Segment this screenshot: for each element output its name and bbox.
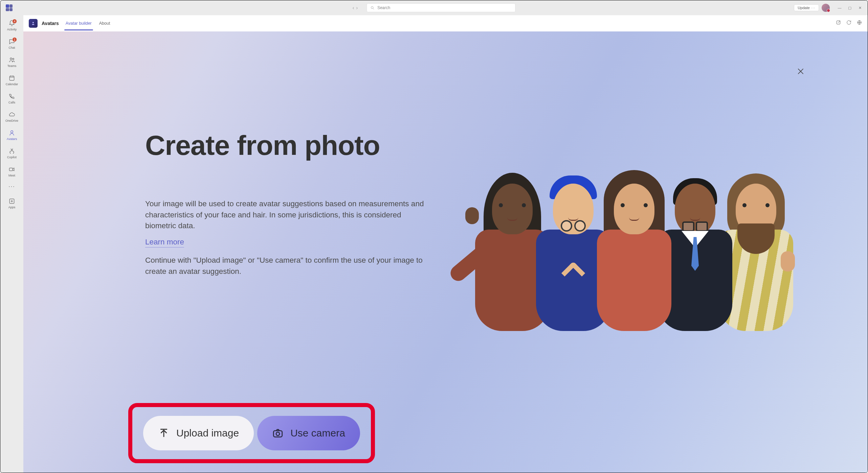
video-icon [8, 166, 16, 173]
chat-icon: 1 [8, 38, 16, 45]
sidebar-item-teams[interactable]: Teams [2, 53, 22, 71]
activity-badge: 4 [12, 19, 17, 24]
upload-image-button[interactable]: Upload image [143, 416, 254, 450]
svg-rect-20 [273, 431, 282, 437]
more-icon: ∙∙∙ [811, 6, 815, 10]
popout-icon[interactable] [836, 20, 841, 27]
titlebar: ‹ › Search Update ∙∙∙ — ▢ ✕ [0, 0, 868, 15]
close-button[interactable] [795, 65, 807, 77]
svg-point-0 [371, 6, 373, 9]
svg-point-21 [276, 432, 280, 435]
window-minimize-button[interactable]: — [834, 3, 845, 13]
svg-point-13 [32, 22, 34, 23]
svg-line-1 [373, 8, 374, 9]
camera-icon [272, 427, 284, 439]
page-title: Create from photo [145, 129, 426, 161]
svg-rect-4 [9, 76, 14, 80]
globe-icon[interactable] [856, 20, 862, 27]
sidebar-item-onedrive[interactable]: OneDrive [2, 108, 22, 125]
avatars-illustration [455, 143, 814, 332]
user-avatar[interactable] [822, 4, 830, 12]
sidebar-item-activity[interactable]: 4 Activity [2, 17, 22, 34]
svg-rect-9 [9, 168, 13, 171]
nav-back-button[interactable]: ‹ [353, 5, 354, 10]
tab-avatar-builder[interactable]: Avatar builder [65, 16, 92, 30]
window-maximize-button[interactable]: ▢ [845, 3, 855, 13]
sidebar-item-avatars[interactable]: Avatars [2, 126, 22, 144]
phone-icon [8, 93, 16, 100]
search-placeholder: Search [377, 5, 390, 10]
app-logo-icon [29, 19, 38, 28]
update-button[interactable]: Update ∙∙∙ [794, 4, 819, 11]
search-input[interactable]: Search [366, 3, 515, 12]
app-title: Avatars [42, 21, 59, 26]
action-buttons-highlight: Upload image Use camera [128, 403, 375, 463]
learn-more-link[interactable]: Learn more [145, 238, 184, 247]
window-close-button[interactable]: ✕ [855, 3, 865, 13]
app-header: Avatars Avatar builder About [23, 15, 868, 31]
continue-instruction: Continue with "Upload image" or "Use cam… [145, 255, 426, 277]
calendar-icon [8, 74, 16, 82]
teams-logo-icon [6, 4, 13, 11]
sidebar-item-meet[interactable]: Meet [2, 163, 22, 180]
use-camera-button[interactable]: Use camera [257, 416, 360, 450]
refresh-icon[interactable] [846, 20, 852, 27]
svg-point-2 [10, 58, 12, 60]
tab-about[interactable]: About [98, 16, 111, 30]
app-rail: 4 Activity 1 Chat Teams [0, 15, 23, 473]
svg-point-8 [11, 131, 13, 133]
sidebar-item-copilot[interactable]: Copilot [2, 144, 22, 162]
sidebar-item-chat[interactable]: 1 Chat [2, 35, 22, 52]
sidebar-item-calendar[interactable]: Calendar [2, 71, 22, 89]
svg-point-3 [13, 58, 14, 60]
biometric-disclaimer: Your image will be used to create avatar… [145, 198, 426, 232]
nav-forward-button[interactable]: › [356, 5, 358, 10]
copilot-icon [8, 147, 16, 155]
avatar-icon [8, 129, 16, 137]
bell-icon: 4 [8, 20, 16, 27]
sidebar-item-calls[interactable]: Calls [2, 90, 22, 107]
chat-badge: 1 [12, 37, 17, 42]
sidebar-more-button[interactable]: ··· [8, 181, 15, 192]
sidebar-item-apps[interactable]: Apps [2, 194, 22, 212]
apps-icon [8, 197, 16, 205]
search-icon [370, 6, 375, 10]
upload-icon [158, 427, 170, 439]
people-icon [8, 56, 16, 64]
cloud-icon [8, 111, 16, 118]
